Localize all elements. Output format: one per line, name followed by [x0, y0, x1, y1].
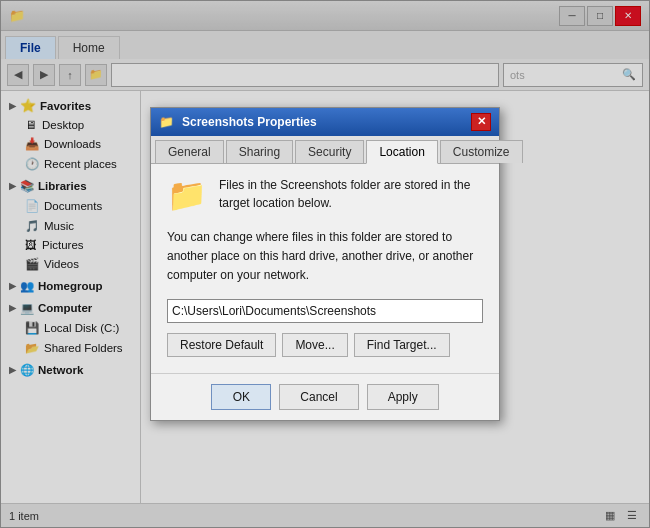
tab-location[interactable]: Location: [366, 140, 437, 164]
cancel-button[interactable]: Cancel: [279, 384, 358, 410]
dialog-info-text: Files in the Screenshots folder are stor…: [219, 176, 483, 212]
move-button[interactable]: Move...: [282, 333, 347, 357]
tab-customize[interactable]: Customize: [440, 140, 523, 163]
dialog-title-icon: 📁: [159, 115, 174, 129]
dialog-close-button[interactable]: ✕: [471, 113, 491, 131]
dialog-tabs: General Sharing Security Location Custom…: [151, 136, 499, 164]
apply-button[interactable]: Apply: [367, 384, 439, 410]
find-target-button[interactable]: Find Target...: [354, 333, 450, 357]
path-input[interactable]: [167, 299, 483, 323]
screenshots-properties-dialog: 📁 Screenshots Properties ✕ General Shari…: [150, 107, 500, 422]
ok-button[interactable]: OK: [211, 384, 271, 410]
dialog-content: 📁 Files in the Screenshots folder are st…: [151, 164, 499, 374]
dialog-footer: OK Cancel Apply: [151, 373, 499, 420]
tab-sharing[interactable]: Sharing: [226, 140, 293, 163]
dialog-info-row: 📁 Files in the Screenshots folder are st…: [167, 176, 483, 214]
folder-icon-large: 📁: [167, 176, 207, 214]
dialog-title-text: Screenshots Properties: [182, 115, 317, 129]
tab-security[interactable]: Security: [295, 140, 364, 163]
restore-default-button[interactable]: Restore Default: [167, 333, 276, 357]
tab-general[interactable]: General: [155, 140, 224, 163]
dialog-overlay: 📁 Screenshots Properties ✕ General Shari…: [0, 0, 650, 528]
dialog-title-bar: 📁 Screenshots Properties ✕: [151, 108, 499, 136]
dialog-action-buttons: Restore Default Move... Find Target...: [167, 333, 483, 357]
dialog-desc-text: You can change where files in this folde…: [167, 228, 483, 286]
